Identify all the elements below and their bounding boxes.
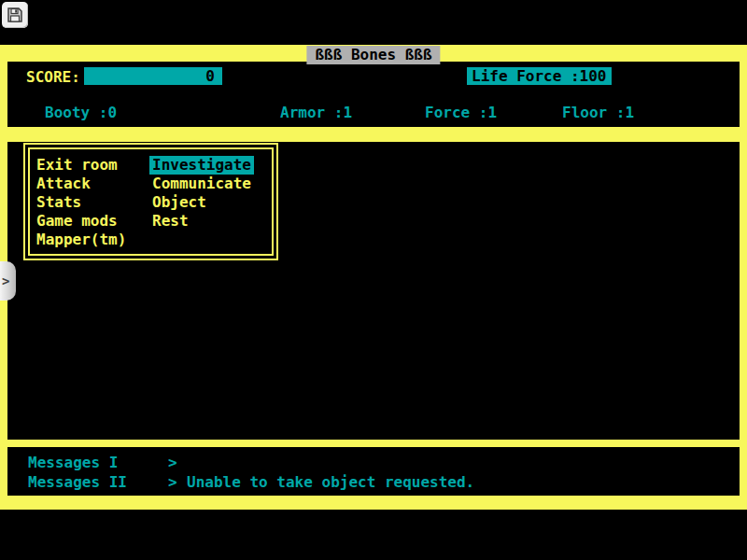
command-menu-border: Exit room Attack Stats Game mods Mapper(… — [28, 147, 274, 256]
status-panel: ßßß Bones ßßß SCORE: 0 Life Force :100 B… — [0, 45, 747, 133]
menu-item-exit-room[interactable]: Exit room — [34, 156, 120, 175]
message-row-1: Messages I > — [7, 455, 740, 471]
menu-item-stats[interactable]: Stats — [34, 193, 84, 212]
menu-item-communicate[interactable]: Communicate — [149, 175, 254, 193]
play-area-panel: Exit room Attack Stats Game mods Mapper(… — [0, 133, 747, 443]
menu-item-attack[interactable]: Attack — [34, 175, 93, 193]
messages-panel: Messages I > Messages II > Unable to tak… — [0, 443, 747, 510]
menu-item-investigate[interactable]: Investigate — [149, 156, 254, 175]
menu-item-mapper[interactable]: Mapper(tm) — [34, 231, 129, 249]
play-area: Exit room Attack Stats Game mods Mapper(… — [7, 142, 740, 440]
message-2-prompt: > — [168, 474, 177, 491]
status-panel-body: SCORE: 0 Life Force :100 Booty :0 Armor … — [7, 62, 740, 127]
message-2-text: Unable to take object requested. — [187, 474, 474, 491]
menu-item-rest[interactable]: Rest — [149, 212, 191, 231]
stat-force: Force :1 — [425, 104, 497, 121]
menu-item-object[interactable]: Object — [149, 193, 209, 212]
game-title: ßßß Bones ßßß — [306, 46, 440, 64]
save-icon — [7, 7, 23, 23]
stat-floor: Floor :1 — [562, 104, 634, 121]
game-screen: { "colors": { "frame_yellow": "#F7F75C",… — [0, 0, 747, 560]
message-row-2: Messages II > Unable to take object requ… — [7, 474, 740, 491]
score-label: SCORE: — [26, 68, 80, 86]
message-1-label: Messages I — [28, 455, 118, 471]
menu-item-game-mods[interactable]: Game mods — [34, 212, 120, 231]
messages-body: Messages I > Messages II > Unable to tak… — [7, 447, 740, 496]
stat-booty: Booty :0 — [45, 104, 117, 121]
life-force-badge: Life Force :100 — [467, 67, 612, 85]
stat-armor: Armor :1 — [280, 104, 352, 121]
score-bar: 0 — [84, 67, 222, 85]
sidebar-expand-tab[interactable]: > — [0, 261, 16, 301]
command-menu: Exit room Attack Stats Game mods Mapper(… — [23, 143, 278, 260]
message-2-label: Messages II — [28, 474, 127, 491]
chevron-right-icon: > — [2, 273, 9, 288]
save-button[interactable] — [2, 2, 28, 28]
message-1-prompt: > — [168, 455, 177, 471]
